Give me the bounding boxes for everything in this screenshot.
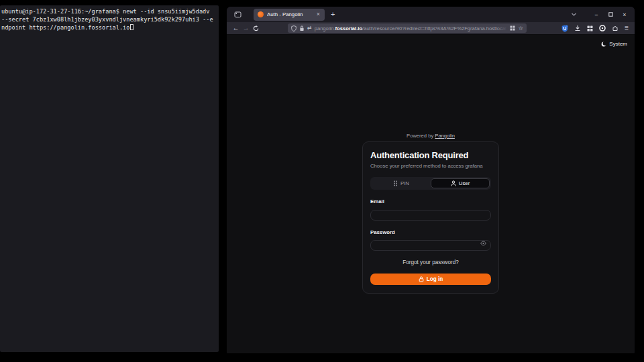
terminal-line: ubuntu@ip-172-31-27-116:~/grafana$ newt … [1,7,217,15]
new-tab-button[interactable]: + [331,11,335,18]
terminal-window[interactable]: ubuntu@ip-172-31-27-116:~/grafana$ newt … [0,5,219,352]
terminal-line: ndpoint https://pangolin.fossorial.io [1,23,217,32]
window-maximize-button[interactable] [607,12,614,17]
keypad-icon [393,180,398,186]
password-field[interactable] [370,240,491,251]
url-path: /auth/resource/90?redirect=https%3A%2F%2… [362,25,507,32]
list-all-tabs-chevron-icon[interactable] [571,11,577,17]
bitwarden-extension-icon[interactable] [561,25,568,32]
card-subtitle: Choose your preferred method to access g… [370,163,491,169]
pangolin-favicon-icon [258,11,264,17]
powered-by: Powered by Pangolin [227,133,635,139]
record-circle-extension-icon[interactable] [599,25,606,32]
tab-user-label: User [459,180,470,186]
window-controls: − × [593,11,631,18]
toolbar-extension-icons: ≡ [561,25,631,32]
auth-page: System Powered by Pangolin Authenticatio… [227,35,635,353]
https-lock-icon[interactable] [299,25,305,32]
back-button[interactable]: ← [231,25,241,32]
terminal-line-text: ndpoint https://pangolin.fossorial.io [1,24,129,31]
reload-button[interactable] [251,25,261,32]
user-icon [451,180,456,186]
url-subdomain: pangolin. [315,25,335,32]
email-label: Email [370,198,491,204]
redirect-arrows-icon[interactable]: ⇄ [307,25,312,31]
terminal-cursor [130,24,133,30]
tab-close-icon[interactable]: × [316,11,321,17]
card-title: Authentication Required [370,150,491,160]
password-label: Password [370,229,491,235]
window-minimize-button[interactable]: − [593,11,600,18]
window-close-button[interactable]: × [621,11,628,18]
extension-puzzle-icon[interactable] [612,25,619,32]
email-field[interactable] [370,210,491,221]
auth-card: Authentication Required Choose your pref… [362,141,499,294]
tab-pin[interactable]: PIN [372,178,431,188]
url-domain: fossorial.io [335,25,363,32]
browser-nav-toolbar: ← → ⇄ pangolin.fossorial.io/auth/resourc… [227,22,635,35]
browser-tab-auth-pangolin[interactable]: Auth - Pangolin × [254,9,325,21]
downloads-icon[interactable] [574,25,581,32]
url-bar[interactable]: ⇄ pangolin.fossorial.io/auth/resource/90… [288,23,527,33]
terminal-line: --secret 7cbz1xw08lh1jbzey03yxvndljvneam… [1,15,217,23]
moon-icon [601,42,606,47]
powered-by-text: Powered by [407,133,433,139]
theme-selector[interactable]: System [601,41,627,47]
lock-icon [419,276,424,282]
auth-method-tabs: PIN User [370,177,491,190]
forgot-password-link[interactable]: Forgot your password? [370,259,491,265]
app-menu-icon[interactable]: ≡ [625,25,629,32]
tab-pin-label: PIN [400,180,409,186]
tracking-protection-shield-icon[interactable] [291,25,297,32]
login-button[interactable]: Log in [370,274,491,285]
url-text[interactable]: pangolin.fossorial.io/auth/resource/90?r… [315,25,508,32]
login-button-label: Log in [427,276,443,282]
tab-user[interactable]: User [431,178,490,188]
browser-window: Auth - Pangolin × + − × ← → [227,7,635,353]
tab-title: Auth - Pangolin [267,11,316,17]
show-password-eye-icon[interactable] [480,241,486,246]
shortcuts-grid-icon[interactable] [510,25,515,31]
password-input-wrap [370,238,491,251]
forward-button[interactable]: → [241,25,251,32]
email-input-wrap [370,207,491,221]
extensions-grid-icon[interactable] [587,25,593,32]
bookmark-star-icon[interactable]: ☆ [518,25,523,32]
firefox-view-icon[interactable] [231,9,244,20]
theme-label: System [609,41,627,47]
pangolin-link[interactable]: Pangolin [435,133,455,139]
browser-tab-bar: Auth - Pangolin × + − × [227,7,635,22]
